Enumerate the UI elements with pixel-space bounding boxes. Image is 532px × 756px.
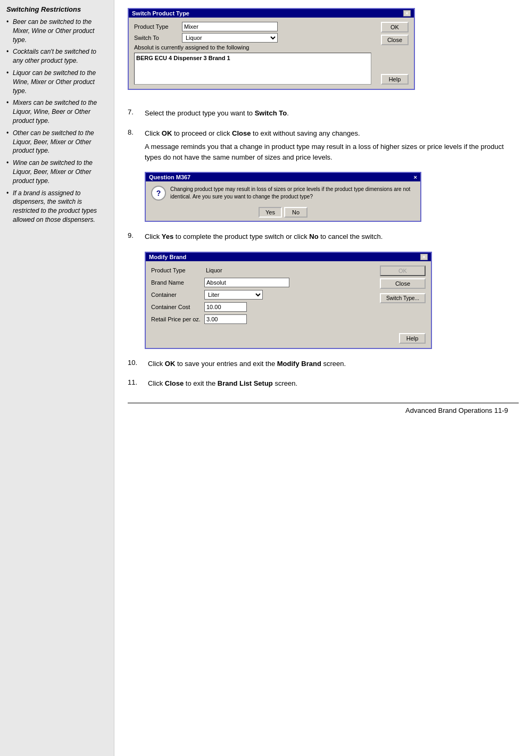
step-10-number: 10. — [128, 359, 148, 372]
question-text: Changing product type may result in loss… — [170, 186, 415, 201]
sidebar-item: Beer can be switched to the Mixer, Wine … — [6, 18, 107, 44]
step-8: 8. Click OK to proceed or click Close to… — [128, 128, 519, 166]
step-7-text: Select the product type you want to Swit… — [145, 108, 519, 119]
question-title: Question M367 — [149, 174, 190, 180]
help-button[interactable]: Help — [399, 333, 426, 344]
step-11-text: Click Close to exit the Brand List Setup… — [148, 378, 519, 389]
question-buttons: Yes No — [146, 207, 420, 221]
container-label: Container — [151, 292, 204, 298]
sidebar-item: Other can be switched to the Liquor, Bee… — [6, 129, 107, 155]
modify-buttons: OK Close Switch Type... — [380, 265, 426, 327]
question-body: ? Changing product type may result in lo… — [146, 181, 420, 205]
step-8-text: Click OK to proceed or click Close to ex… — [145, 128, 519, 139]
step-9-text: Click Yes to complete the product type s… — [145, 231, 519, 242]
container-cost-label: Container Cost — [151, 304, 204, 310]
modify-fields: Product Type Brand Name Container Liter — [151, 265, 376, 327]
modify-bottom: Help — [146, 331, 431, 348]
retail-price-row: Retail Price per oz. — [151, 314, 376, 324]
switch-type-button[interactable]: Switch Type... — [380, 293, 426, 303]
switch-to-label: Switch To — [134, 35, 182, 41]
modify-title-bar: Modify Brand × — [146, 253, 431, 261]
switch-product-type-dialog: Switch Product Type × Product Type Switc… — [128, 8, 415, 90]
question-dialog: Question M367 × ? Changing product type … — [145, 172, 421, 222]
sidebar-item: Liquor can be switched to the Wine, Mixe… — [6, 69, 107, 95]
product-type-row: Product Type — [151, 265, 376, 275]
sidebar-title: Switching Restrictions — [6, 5, 107, 13]
footer: Advanced Brand Operations 11-9 — [128, 403, 519, 418]
modify-title: Modify Brand — [149, 254, 186, 260]
no-button[interactable]: No — [284, 207, 307, 218]
dialog-buttons: OK Close Help — [381, 22, 409, 85]
sidebar-item: If a brand is assigned to dispensers, th… — [6, 189, 107, 225]
switch-fields: Product Type Switch To Liquor Absolut is… — [134, 22, 371, 85]
switch-to-row: Switch To Liquor — [134, 33, 371, 43]
yes-button[interactable]: Yes — [259, 207, 282, 218]
dialog-body: Product Type Switch To Liquor Absolut is… — [129, 18, 414, 89]
step-8-number: 8. — [128, 128, 145, 166]
ok-button[interactable]: OK — [380, 265, 426, 276]
step-10-text: Click OK to save your entries and exit t… — [148, 359, 519, 369]
list-entry: BERG ECU 4 Dispenser 3 Brand 1 — [136, 55, 369, 61]
product-type-row: Product Type — [134, 22, 371, 31]
container-cost-input[interactable] — [204, 302, 247, 312]
brand-name-label: Brand Name — [151, 279, 204, 286]
container-cost-row: Container Cost — [151, 302, 376, 312]
step-7-number: 7. — [128, 108, 145, 122]
dialog-close-icon[interactable]: × — [403, 10, 411, 16]
step-10: 10. Click OK to save your entries and ex… — [128, 359, 519, 372]
assigned-list: BERG ECU 4 Dispenser 3 Brand 1 — [134, 53, 371, 85]
help-button[interactable]: Help — [381, 74, 409, 85]
step-8-body: Click OK to proceed or click Close to ex… — [145, 128, 519, 166]
close-button[interactable]: Close — [380, 278, 426, 289]
modify-close-icon[interactable]: × — [420, 254, 428, 260]
main-content: Switch Product Type × Product Type Switc… — [114, 0, 532, 756]
modify-brand-dialog: Modify Brand × Product Type Brand Name — [145, 252, 432, 349]
step-8-note: A message reminds you that a change in p… — [145, 142, 519, 162]
question-icon: ? — [151, 186, 166, 201]
container-row: Container Liter — [151, 290, 376, 300]
step-9-number: 9. — [128, 231, 145, 245]
dialog-title-bar: Switch Product Type × — [129, 9, 414, 18]
sidebar-item: Cocktails can't be switched to any other… — [6, 47, 107, 65]
step-7-body: Select the product type you want to Swit… — [145, 108, 519, 122]
close-button[interactable]: Close — [381, 35, 409, 45]
step-10-body: Click OK to save your entries and exit t… — [148, 359, 519, 372]
step-9-body: Click Yes to complete the product type s… — [145, 231, 519, 245]
retail-price-input[interactable] — [204, 314, 247, 324]
container-select[interactable]: Liter — [204, 290, 263, 300]
step-11-number: 11. — [128, 378, 148, 392]
question-title-bar: Question M367 × — [146, 173, 420, 181]
sidebar-item: Wine can be switched to the Liquor, Beer… — [6, 159, 107, 185]
switch-to-select[interactable]: Liquor — [182, 33, 278, 43]
sidebar-item: Mixers can be switched to the Liquor, Wi… — [6, 98, 107, 125]
product-type-label: Product Type — [151, 267, 204, 273]
brand-name-input[interactable] — [204, 278, 289, 287]
dialog-title: Switch Product Type — [132, 10, 189, 16]
sidebar-list: Beer can be switched to the Mixer, Wine … — [6, 18, 107, 225]
ok-button[interactable]: OK — [381, 22, 409, 32]
product-type-label: Product Type — [134, 23, 182, 30]
step-11: 11. Click Close to exit the Brand List S… — [128, 378, 519, 392]
product-type-field — [204, 265, 289, 275]
sidebar: Switching Restrictions Beer can be switc… — [0, 0, 114, 756]
step-7: 7. Select the product type you want to S… — [128, 108, 519, 122]
modify-dialog-body: Product Type Brand Name Container Liter — [146, 261, 431, 331]
retail-price-label: Retail Price per oz. — [151, 316, 204, 322]
footer-text: Advanced Brand Operations 11-9 — [405, 406, 508, 414]
step-11-body: Click Close to exit the Brand List Setup… — [148, 378, 519, 392]
brand-name-row: Brand Name — [151, 278, 376, 287]
step-9: 9. Click Yes to complete the product typ… — [128, 231, 519, 245]
product-type-input[interactable] — [182, 22, 278, 31]
question-close-icon[interactable]: × — [414, 174, 417, 180]
assigned-label: Absolut is currently assigned to the fol… — [134, 44, 371, 51]
